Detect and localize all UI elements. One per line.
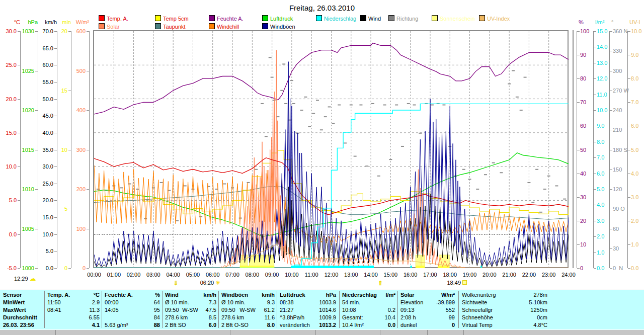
cloud-sun-icon: ☁ [30, 275, 36, 282]
legend-item-windb-en[interactable]: Windböen [262, 23, 295, 29]
direction-dash [290, 80, 293, 81]
direction-dash [223, 184, 226, 185]
legend-item-taupunkt[interactable]: Taupunkt [155, 23, 186, 29]
legend-item-sonnenschein[interactable]: Sonnenschein [432, 15, 475, 21]
legend-item-solar[interactable]: Solar [99, 23, 120, 29]
legend-color-swatch [209, 23, 215, 29]
table-cell: 2:08 h99 [400, 314, 455, 320]
legend-item-wind[interactable]: Wind [360, 15, 381, 21]
table-cell: 84 [105, 314, 160, 320]
axis-tick-label: 0.0 [0, 231, 17, 237]
table-cell: 09:50W-SW61.2 [221, 307, 275, 313]
direction-dash [516, 97, 519, 98]
cell-direction: W-SW [182, 307, 202, 313]
table-cell: 278.6 km8.5 [165, 314, 216, 320]
cell-label: Temp. A. [47, 292, 70, 298]
axis-tick [594, 221, 596, 221]
cell-label: dunkel [400, 322, 417, 328]
legend-item-feuchte-a-[interactable]: Feuchte A. [209, 15, 244, 21]
table-cell: 278.6 km11.6 [221, 314, 275, 320]
cell-label: Elevation [400, 299, 423, 305]
statusbar-divider [427, 330, 428, 335]
legend-item-richtung[interactable]: Richtung [388, 15, 418, 21]
legend-color-swatch [262, 15, 268, 21]
table-cell: 09:13552 [400, 307, 455, 313]
cell-label: Sensor [3, 292, 22, 298]
axis-tick [594, 142, 596, 142]
axis-tick-label: 55.0 [36, 79, 53, 85]
time-label: 00:00 [83, 272, 105, 278]
table-cell: ^3.8hPa/h1009.9 [280, 314, 336, 320]
cell-value: 1013.2 [319, 322, 336, 328]
legend-color-swatch [360, 15, 366, 21]
sunrise-marker: 06:20 ☀ [200, 280, 220, 286]
info-row-virtual-temp: Virtual Temp4.8°C [462, 322, 547, 328]
direction-dash [520, 110, 523, 111]
axis-tick [54, 184, 57, 184]
direction-dash [371, 103, 374, 104]
table-row-label: 26.03. 23:56 [3, 322, 42, 328]
cell-label: Ø 10 min. [165, 299, 189, 305]
legend-item-temp-5cm[interactable]: Temp 5cm [155, 15, 189, 21]
axis-tick-label: 330 [613, 48, 633, 54]
axis-tick-label: 7.0 [631, 99, 644, 105]
cell-label: 14:05 [105, 307, 119, 313]
direction-dash [508, 83, 511, 85]
direction-dash [462, 169, 465, 170]
direction-dash [265, 136, 268, 137]
time-label: 22:00 [518, 272, 540, 278]
table-divider [277, 291, 277, 328]
direction-dash [547, 176, 550, 177]
axis-tick [594, 110, 596, 111]
axis-tick-label: 2.0 [597, 233, 617, 239]
info-value: 5-10km [529, 299, 547, 305]
sunset-marker: 18:49 [447, 280, 467, 286]
cell-value: °C [94, 292, 100, 298]
direction-dash [468, 179, 471, 180]
cell-label: Gesamt: [342, 314, 363, 320]
legend-item-niederschlag[interactable]: Niederschlag [316, 15, 356, 21]
legend-item-windchill[interactable]: Windchill [209, 23, 239, 29]
cell-label: 21:27 [280, 307, 294, 313]
direction-dash [492, 162, 495, 163]
cell-value: 1009.9 [319, 314, 336, 320]
direction-dash [312, 113, 315, 114]
rain-strip [291, 266, 374, 268]
cell-label: 08:38 [280, 299, 294, 305]
table-divider [458, 291, 459, 328]
cell-label: 2 Bft SO [165, 322, 186, 328]
legend-item-luftdruck[interactable]: Luftdruck [262, 15, 293, 21]
axis-tick-label: 0.0 [631, 265, 644, 271]
axis-tick [610, 71, 612, 71]
axis-tick [35, 110, 38, 111]
axis-tick [594, 268, 596, 269]
axis-tick [68, 209, 71, 209]
info-row-sichtweite: Sichtweite5-10km [462, 299, 547, 305]
legend-item-temp-a-[interactable]: Temp. A. [99, 15, 128, 21]
cell-label: Ø 10 min. [221, 299, 246, 305]
time-label: 19:00 [459, 272, 481, 278]
cell-value: 552 [446, 307, 455, 313]
axis-line-lm [593, 31, 594, 268]
axis-tick-label: 15.0 [36, 214, 53, 220]
axis-tick [610, 150, 612, 150]
cell-label: Luftdruck [280, 292, 305, 298]
axis-tick [628, 31, 630, 32]
cell-label: 00:00 [105, 299, 119, 305]
axis-tick [577, 55, 580, 55]
table-row-label: Sensor [3, 292, 42, 298]
direction-dash [304, 97, 307, 98]
legend-label: Luftdruck [270, 16, 293, 22]
sunset-icon [462, 280, 467, 285]
cell-value: 0.2 [388, 307, 395, 313]
direction-dash [276, 116, 279, 117]
axis-tick [610, 170, 612, 170]
sunrise-time: 06:20 [200, 280, 214, 286]
legend-color-swatch [99, 15, 105, 21]
sunrise-icon: ☀ [215, 280, 220, 286]
axis-tick [628, 197, 630, 198]
axis-tick [577, 221, 580, 221]
cell-label: Durchschnitt [3, 314, 37, 320]
weather-chart-canvas[interactable] [94, 31, 569, 268]
legend-item-uv-index[interactable]: UV-Index [479, 15, 510, 21]
